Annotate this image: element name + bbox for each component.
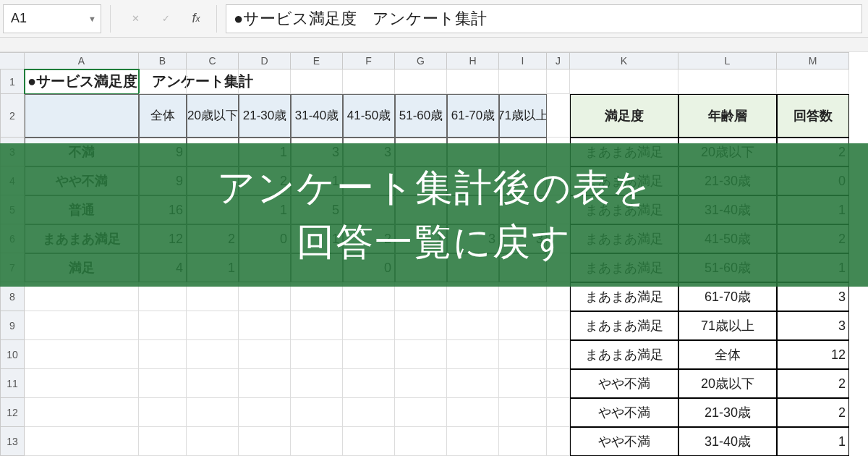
cell[interactable]: 21-30歳: [239, 94, 291, 138]
row-header[interactable]: 1: [0, 69, 25, 94]
cell[interactable]: [447, 427, 499, 456]
cell[interactable]: まあまあ満足: [570, 340, 678, 369]
cell[interactable]: やや不満: [570, 427, 678, 456]
cell[interactable]: 1: [777, 427, 849, 456]
cell[interactable]: 31-40歳: [291, 94, 343, 138]
cell[interactable]: [395, 427, 447, 456]
cell[interactable]: [239, 340, 291, 369]
cell[interactable]: [25, 369, 139, 398]
chevron-down-icon[interactable]: ▼: [88, 14, 96, 23]
cell[interactable]: [447, 369, 499, 398]
cell[interactable]: [447, 69, 499, 94]
cell[interactable]: やや不満: [570, 369, 678, 398]
cell[interactable]: [499, 282, 547, 311]
cell[interactable]: [547, 427, 570, 456]
cell[interactable]: [499, 340, 547, 369]
cell[interactable]: [395, 369, 447, 398]
row-header[interactable]: 12: [0, 398, 25, 427]
cell[interactable]: 21-30歳: [678, 398, 777, 427]
cell[interactable]: [291, 398, 343, 427]
cell[interactable]: [139, 340, 187, 369]
cell[interactable]: [395, 398, 447, 427]
cell[interactable]: [139, 282, 187, 311]
cell[interactable]: [25, 398, 139, 427]
enter-icon[interactable]: ✓: [154, 7, 177, 30]
cell[interactable]: 2: [777, 398, 849, 427]
cell[interactable]: 31-40歳: [678, 427, 777, 456]
cell-a1[interactable]: ●サービス満足度 アンケート集計: [25, 69, 139, 94]
cell[interactable]: [239, 311, 291, 340]
row-header[interactable]: 8: [0, 282, 25, 311]
cell[interactable]: [547, 340, 570, 369]
col-header[interactable]: B: [139, 52, 187, 69]
cancel-icon[interactable]: ✕: [124, 7, 147, 30]
cell[interactable]: [187, 69, 239, 94]
cell[interactable]: [343, 398, 395, 427]
cell[interactable]: [139, 427, 187, 456]
formula-input[interactable]: ●サービス満足度 アンケート集計: [226, 4, 862, 33]
cell[interactable]: [187, 427, 239, 456]
cell[interactable]: [547, 398, 570, 427]
cell[interactable]: [139, 69, 187, 94]
cell[interactable]: [291, 369, 343, 398]
cell[interactable]: [187, 311, 239, 340]
col-header[interactable]: I: [499, 52, 547, 69]
cell[interactable]: 20歳以下: [678, 369, 777, 398]
col-header[interactable]: E: [291, 52, 343, 69]
cell[interactable]: [25, 311, 139, 340]
cell[interactable]: [187, 340, 239, 369]
cell[interactable]: やや不満: [570, 398, 678, 427]
cell[interactable]: まあまあ満足: [570, 282, 678, 311]
col-header[interactable]: G: [395, 52, 447, 69]
cell[interactable]: 回答数: [777, 94, 849, 138]
cell[interactable]: [239, 69, 291, 94]
cell[interactable]: [395, 340, 447, 369]
col-header[interactable]: C: [187, 52, 239, 69]
cell[interactable]: [139, 369, 187, 398]
cell[interactable]: 3: [777, 282, 849, 311]
cell[interactable]: 61-70歳: [678, 282, 777, 311]
cell[interactable]: [239, 398, 291, 427]
cell[interactable]: [239, 427, 291, 456]
cell[interactable]: [547, 94, 570, 138]
cell[interactable]: [239, 282, 291, 311]
cell[interactable]: [139, 398, 187, 427]
cell[interactable]: 61-70歳: [447, 94, 499, 138]
cell[interactable]: 71歳以上: [499, 94, 547, 138]
cell[interactable]: [447, 311, 499, 340]
cell[interactable]: [499, 398, 547, 427]
cell[interactable]: [291, 340, 343, 369]
cell[interactable]: 51-60歳: [395, 94, 447, 138]
cell[interactable]: [187, 282, 239, 311]
cell[interactable]: [25, 340, 139, 369]
cell[interactable]: [547, 311, 570, 340]
name-box[interactable]: A1 ▼: [3, 4, 101, 33]
cell[interactable]: 年齢層: [678, 94, 777, 138]
col-header[interactable]: F: [343, 52, 395, 69]
col-header[interactable]: H: [447, 52, 499, 69]
cell[interactable]: [187, 398, 239, 427]
cell[interactable]: [291, 282, 343, 311]
cell[interactable]: [291, 69, 343, 94]
cell[interactable]: [447, 340, 499, 369]
cell[interactable]: 2: [777, 369, 849, 398]
cell[interactable]: [547, 369, 570, 398]
col-header[interactable]: A: [25, 52, 139, 69]
cell[interactable]: 3: [777, 311, 849, 340]
cell[interactable]: [395, 311, 447, 340]
cell[interactable]: [447, 398, 499, 427]
cell[interactable]: 全体: [139, 94, 187, 138]
cell[interactable]: [343, 369, 395, 398]
cell[interactable]: [343, 69, 395, 94]
cell[interactable]: 全体: [678, 340, 777, 369]
row-header[interactable]: 10: [0, 340, 25, 369]
col-header[interactable]: D: [239, 52, 291, 69]
cell[interactable]: [499, 427, 547, 456]
col-header[interactable]: J: [547, 52, 570, 69]
col-header[interactable]: L: [678, 52, 777, 69]
select-all-corner[interactable]: [0, 52, 25, 69]
cell[interactable]: [499, 311, 547, 340]
fx-icon[interactable]: fx: [184, 7, 208, 30]
col-header[interactable]: K: [570, 52, 678, 69]
cell[interactable]: 20歳以下: [187, 94, 239, 138]
